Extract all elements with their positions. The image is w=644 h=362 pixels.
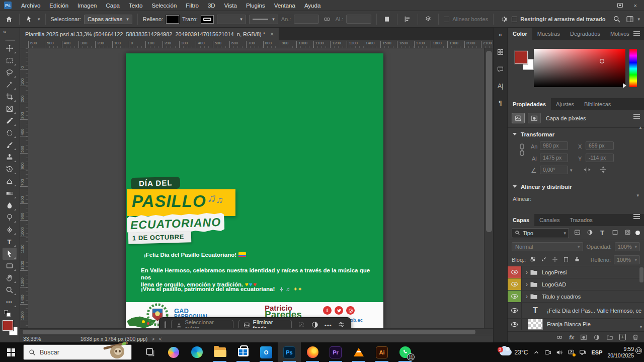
hue-slider-marker[interactable] — [623, 83, 629, 88]
menu-capa[interactable]: Capa — [101, 3, 124, 9]
props-tab-ajustes[interactable]: Ajustes — [551, 98, 579, 110]
opacity-field[interactable]: 100%▾ — [615, 242, 640, 251]
group-expand-icon[interactable]: › — [526, 281, 528, 288]
delete-layer-icon[interactable] — [632, 334, 639, 341]
link-dimensions-icon[interactable] — [322, 15, 332, 24]
layer-name[interactable]: Titulo y cuadros — [542, 294, 581, 300]
taskbar-app-store[interactable] — [231, 342, 255, 362]
menu-archivo[interactable]: Archivo — [17, 3, 45, 9]
angle-field[interactable]: 0,00° — [540, 166, 568, 174]
menu-edición[interactable]: Edición — [45, 3, 73, 9]
workspace-caret[interactable]: ▾ — [638, 17, 640, 22]
stroke-width-dropdown[interactable]: ▾ — [217, 15, 246, 24]
width-field[interactable]: 980 px — [540, 141, 568, 150]
home-icon[interactable] — [4, 15, 14, 24]
color-tab-motivos[interactable]: Motivos — [605, 28, 634, 40]
color-tab-muestras[interactable]: Muestras — [532, 28, 565, 40]
language-indicator[interactable]: ESP — [591, 349, 602, 355]
layers-scrollbar-thumb[interactable] — [639, 267, 643, 282]
default-swap-colors-icon[interactable] — [3, 309, 16, 318]
link-dimensions-icon[interactable] — [519, 143, 525, 157]
vertical-scrollbar-thumb[interactable] — [486, 51, 492, 232]
filter-type-layers-icon[interactable]: T — [598, 229, 607, 237]
layer-visibility-eye-icon[interactable] — [508, 319, 522, 330]
layer-filter-dropdown[interactable]: Tipo▾ — [512, 228, 569, 238]
transform-icon[interactable] — [297, 321, 305, 329]
stroke-swatch[interactable] — [201, 15, 214, 24]
select-subject-button[interactable]: Seleccionar sujeto — [171, 320, 233, 328]
search-icon[interactable] — [612, 15, 622, 24]
toolbar-collapse-icon[interactable]: » — [0, 28, 9, 38]
collapse-dock-icon[interactable]: « — [495, 30, 506, 40]
text-layer-thumbnail[interactable]: T — [528, 306, 543, 315]
taskbar-app-illustrator[interactable]: Ai — [370, 342, 393, 362]
taskbar-app-explorer[interactable] — [208, 342, 231, 362]
toolbar-grip[interactable] — [6, 39, 15, 41]
layer-name[interactable]: LogoPresi — [542, 269, 567, 275]
layer-row-5[interactable]: Franja Blanca Pie — [508, 319, 644, 330]
patch-tool[interactable] — [3, 127, 17, 139]
status-next-icon[interactable]: > — [151, 336, 154, 342]
flip-vertical-icon[interactable] — [599, 166, 607, 175]
speaker-icon[interactable] — [556, 349, 563, 356]
path-alignment-icon[interactable] — [403, 15, 413, 24]
vertical-scrollbar[interactable] — [484, 48, 493, 328]
panel-icon-character[interactable]: A| — [495, 81, 506, 91]
weather-widget[interactable]: 2 23°C — [498, 349, 528, 356]
menu-imagen[interactable]: Imagen — [73, 3, 101, 9]
layer-name[interactable]: LogoGAD — [542, 281, 566, 287]
color-tab-color[interactable]: Color — [508, 28, 532, 40]
lock-all-icon[interactable] — [573, 256, 581, 263]
context-bar-drag-handle[interactable] — [165, 321, 166, 329]
layer-name[interactable]: ¡Feliz Día del Pas... Valle Hermoso, ce — [547, 308, 641, 314]
fill-field[interactable]: 100%▾ — [614, 255, 640, 264]
document-tab[interactable]: Plantilla 2025.psd al 33,3% (504664122_5… — [20, 28, 279, 40]
flip-horizontal-icon[interactable] — [583, 166, 591, 175]
color-cursor[interactable] — [600, 59, 604, 63]
transform-section-header[interactable]: Transformar — [513, 131, 554, 137]
filter-adjustment-layers-icon[interactable] — [585, 229, 594, 237]
eyedropper-tool[interactable] — [3, 115, 17, 127]
taskbar-app-outlook[interactable]: O — [255, 342, 278, 362]
screen-share-icon[interactable] — [568, 349, 575, 356]
close-window-icon[interactable]: × — [634, 3, 637, 9]
horizontal-scrollbar-thumb[interactable] — [23, 330, 475, 334]
color-tab-degradados[interactable]: Degradados — [565, 28, 605, 40]
add-mask-icon[interactable] — [580, 334, 587, 341]
layers-scroll-down-icon[interactable]: ▼ — [639, 325, 643, 329]
layers-panel-menu-icon[interactable] — [633, 214, 640, 219]
stroke-type-dropdown[interactable]: ▾ — [249, 15, 278, 24]
menu-filtro[interactable]: Filtro — [181, 3, 203, 9]
new-group-icon[interactable] — [606, 334, 613, 341]
layer-row-1[interactable]: ›LogoPresi — [508, 266, 644, 278]
taskbar-app-premiere[interactable]: Pr — [324, 342, 347, 362]
props-tab-bibliotecas[interactable]: Bibliotecas — [579, 98, 616, 110]
taskbar-app-edge[interactable] — [185, 342, 208, 362]
lock-artboard-icon[interactable] — [562, 256, 570, 263]
clone-stamp-tool[interactable] — [3, 151, 17, 163]
new-adjustment-layer-icon[interactable] — [593, 334, 600, 341]
taskbar-app-firefox[interactable] — [301, 342, 324, 362]
zoom-level[interactable]: 33,33% — [23, 336, 41, 342]
width-input[interactable] — [294, 15, 319, 24]
lock-position-icon[interactable] — [551, 256, 559, 263]
brush-tool[interactable] — [3, 139, 17, 151]
height-field[interactable]: 1475 px — [540, 154, 568, 162]
link-layers-icon[interactable] — [556, 334, 563, 341]
restringir-checkbox[interactable] — [512, 17, 517, 22]
fill-swatch[interactable] — [166, 15, 179, 24]
taskbar-app-copilot[interactable] — [162, 342, 185, 362]
pen-tool[interactable] — [3, 224, 17, 236]
frame-tool[interactable] — [3, 103, 17, 115]
menu-vista[interactable]: Vista — [220, 3, 242, 9]
restore-window-icon[interactable] — [617, 3, 623, 8]
menu-texto[interactable]: Texto — [124, 3, 147, 9]
layer-row-3[interactable]: ›Titulo y cuadros — [508, 291, 644, 303]
path-arrangement-icon[interactable] — [423, 15, 433, 24]
shape-tool[interactable] — [3, 260, 17, 272]
menu-ayuda[interactable]: Ayuda — [300, 3, 325, 9]
clock[interactable]: 9:59 20/10/2025 — [607, 346, 634, 359]
panel-icon-paragraph[interactable]: ¶ — [495, 98, 506, 108]
seleccionar-dropdown[interactable]: Capas activas▾ — [84, 15, 132, 24]
menu-selección[interactable]: Selección — [147, 3, 181, 9]
